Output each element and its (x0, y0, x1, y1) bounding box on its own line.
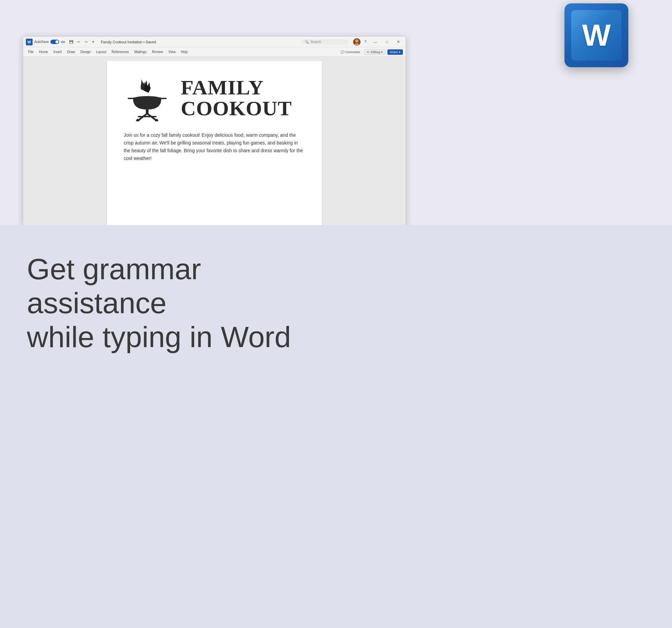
autosave-label: AutoSave (34, 40, 49, 44)
share-button[interactable]: Share ▾ (387, 49, 403, 55)
document-page: FAMILY COOKOUT Join us for a cozy fall f… (107, 61, 322, 225)
share-chevron-icon: ▾ (399, 50, 401, 54)
more-tools-icon[interactable]: ▾ (90, 39, 96, 45)
edit-icon: ✏ (367, 50, 369, 54)
ribbon-tab-review[interactable]: Review (149, 49, 165, 55)
document-title: Family Cookout Invitation • Saved (101, 40, 156, 44)
ribbon-tab-layout[interactable]: Layout (94, 49, 109, 55)
comments-button[interactable]: 💬 Comments (338, 49, 363, 55)
comments-label: Comments (345, 50, 360, 54)
share-label: Share (390, 50, 398, 54)
comments-icon: 💬 (341, 50, 344, 54)
word-logo-badge: W (565, 3, 628, 67)
word-logo-letter: W (582, 20, 611, 50)
word-window: W AutoSave On 💾 ↩ ↪ ▾ Family Cookout Inv… (23, 36, 406, 226)
editing-label: Editing (370, 50, 380, 54)
autosave-state: On (61, 40, 65, 44)
document-area[interactable]: FAMILY COOKOUT Join us for a cozy fall f… (23, 57, 406, 225)
word-icon: W (26, 39, 32, 45)
ribbon-tab-home[interactable]: Home (37, 49, 50, 55)
svg-point-0 (355, 39, 359, 43)
user-avatar[interactable] (353, 38, 361, 46)
ribbon-tab-references[interactable]: References (109, 49, 131, 55)
document-body: Join us for a cozy fall family cookout! … (124, 131, 305, 162)
bbq-grill-icon (124, 74, 171, 121)
promo-text-block: Get grammar assistance while typing in W… (27, 252, 329, 354)
cookout-title-line1: FAMILY (181, 77, 292, 98)
ribbon-tab-view[interactable]: View (166, 49, 178, 55)
ribbon-tab-draw[interactable]: Draw (65, 49, 77, 55)
search-label: Search (310, 40, 321, 44)
ribbon-tab-help[interactable]: Help (178, 49, 190, 55)
svg-point-1 (354, 43, 360, 46)
promo-line1: Get grammar assistance (27, 252, 201, 319)
search-box[interactable]: 🔍 Search (302, 39, 349, 44)
editing-button[interactable]: ✏ Editing ▾ (364, 49, 385, 55)
title-bar: W AutoSave On 💾 ↩ ↪ ▾ Family Cookout Inv… (23, 37, 406, 47)
cookout-title-line2: COOKOUT (181, 98, 292, 119)
minimize-button[interactable]: — (370, 39, 380, 45)
svg-rect-3 (133, 97, 161, 99)
document-paragraph: Join us for a cozy fall family cookout! … (124, 131, 305, 162)
promo-line2: while typing in Word (27, 320, 291, 354)
promo-area: Get grammar assistance while typing in W… (0, 225, 672, 628)
ribbon-tab-mailings[interactable]: Mailings (132, 49, 149, 55)
save-icon[interactable]: 💾 (68, 39, 74, 45)
restore-button[interactable]: □ (382, 39, 391, 45)
close-button[interactable]: ✕ (393, 39, 403, 45)
ribbon-tab-insert[interactable]: Insert (51, 49, 64, 55)
document-header: FAMILY COOKOUT (124, 74, 305, 121)
document-title-block: FAMILY COOKOUT (181, 77, 292, 119)
help-icon[interactable]: ? (363, 39, 368, 45)
ribbon-tab-design[interactable]: Design (78, 49, 93, 55)
undo-icon[interactable]: ↩ (76, 39, 82, 45)
editing-chevron-icon: ▾ (381, 50, 383, 54)
redo-icon[interactable]: ↪ (83, 39, 89, 45)
autosave-toggle[interactable] (50, 40, 59, 44)
search-icon: 🔍 (305, 40, 309, 44)
ribbon: File Home Insert Draw Design Layout Refe… (23, 47, 406, 57)
ribbon-tab-file[interactable]: File (26, 49, 36, 55)
